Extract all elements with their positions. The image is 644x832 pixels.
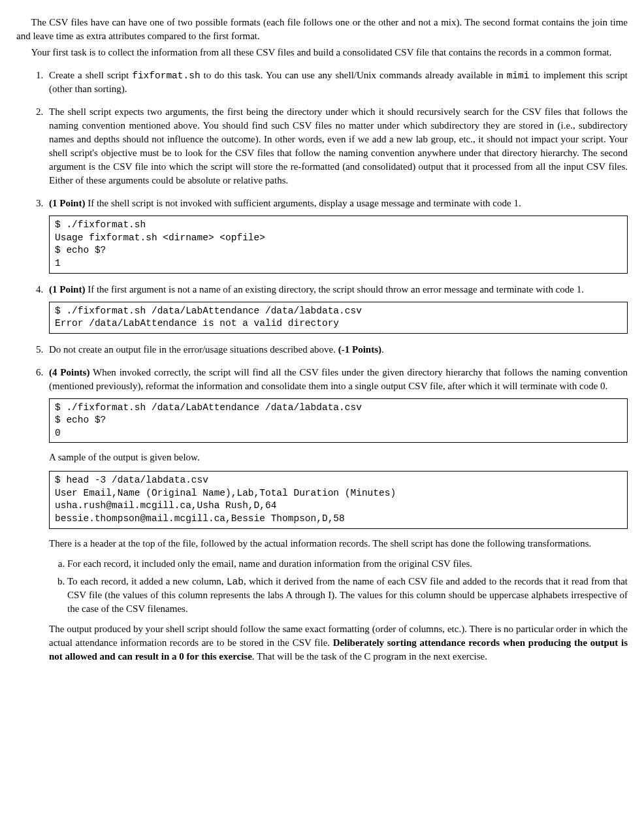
intro-p2: Your first task is to collect the inform… [16, 46, 628, 59]
code-block-head-output: $ head -3 /data/labdata.csv User Email,N… [49, 471, 628, 528]
sub-a: For each record, it included only the em… [67, 557, 628, 571]
item-3-points: (1 Point) [49, 198, 85, 208]
item-2: The shell script expects two arguments, … [46, 105, 628, 187]
intro-p1: The CSV files have can have one of two p… [16, 16, 628, 43]
sub-list: For each record, it included only the em… [49, 557, 628, 616]
sub-b-pre: To each record, it added a new column, [67, 576, 227, 586]
final-paragraph: The output produced by your shell script… [49, 622, 628, 664]
code-fixformat: fixformat.sh [132, 71, 200, 81]
item-4-points: (1 Point) [49, 284, 85, 295]
item-1: Create a shell script fixformat.sh to do… [46, 69, 628, 96]
item-5-post: . [381, 344, 384, 355]
item-3-text: If the shell script is not invoked with … [85, 198, 521, 208]
code-mimi: mimi [507, 71, 530, 81]
item-5: Do not create an output file in the erro… [46, 343, 628, 357]
item-1-pre: Create a shell script [49, 70, 132, 80]
item-6-text: When invoked correctly, the script will … [49, 367, 628, 391]
code-lab: Lab [227, 577, 244, 587]
sub-b: To each record, it added a new column, L… [67, 575, 628, 616]
item-5-points: (-1 Points) [338, 344, 381, 355]
item-4-text: If the first argument is not a name of a… [85, 284, 584, 295]
sample-intro: A sample of the output is given below. [49, 451, 628, 464]
item-1-mid: to do this task. You can use any shell/U… [201, 70, 507, 80]
code-block-usage: $ ./fixformat.sh Usage fixformat.sh <dir… [49, 216, 628, 273]
item-3: (1 Point) If the shell script is not inv… [46, 197, 628, 273]
code-block-invalid-dir: $ ./fixformat.sh /data/LabAttendance /da… [49, 302, 628, 334]
numbered-list: Create a shell script fixformat.sh to do… [16, 69, 628, 664]
header-explain: There is a header at the top of the file… [49, 537, 628, 551]
intro-paragraphs: The CSV files have can have one of two p… [16, 16, 628, 59]
code-block-success: $ ./fixformat.sh /data/LabAttendance /da… [49, 398, 628, 443]
item-6-points: (4 Points) [49, 367, 89, 377]
final-post: . That will be the task of the C program… [252, 651, 487, 662]
item-4: (1 Point) If the first argument is not a… [46, 283, 628, 334]
item-6: (4 Points) When invoked correctly, the s… [46, 366, 628, 664]
item-5-pre: Do not create an output file in the erro… [49, 344, 338, 355]
